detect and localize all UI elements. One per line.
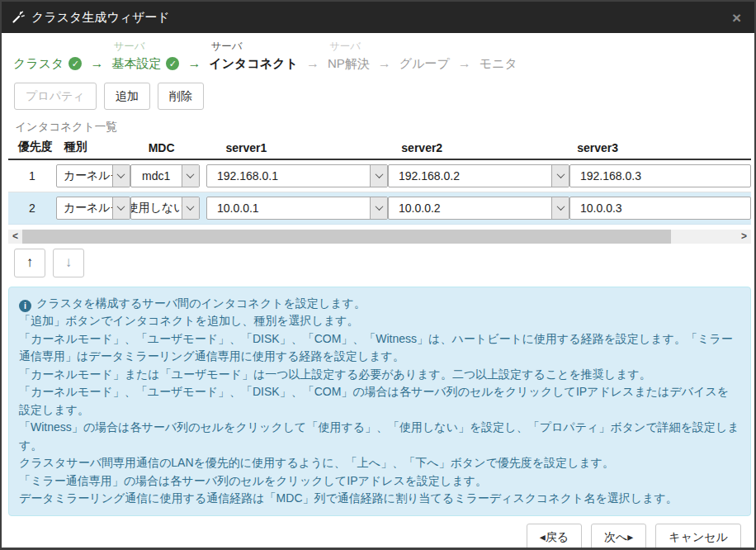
arrow-up-icon: ↑ <box>26 254 34 271</box>
info-line: 「ミラー通信専用」の場合は各サーバ列のセルをクリックしてIPアドレスを設定します… <box>19 472 740 491</box>
step-arrow-icon: → <box>187 40 201 73</box>
step-arrow-icon: → <box>378 40 391 73</box>
horizontal-scrollbar[interactable]: < > <box>8 230 751 244</box>
type-select-value: カーネルモード <box>57 197 112 219</box>
server1-select[interactable]: 192.168.0.1 <box>206 164 388 187</box>
chevron-down-icon <box>112 197 130 219</box>
header-type: 種別 <box>63 140 137 154</box>
check-icon: ✓ <box>166 57 179 70</box>
info-line: 「Witness」の場合は各サーバ列のセルをクリックして「使用する」、「使用しな… <box>19 419 740 454</box>
wand-icon <box>12 11 25 24</box>
move-buttons: ↑ ↓ <box>2 244 754 277</box>
header-server2: server2 <box>399 141 575 154</box>
server3-select-value: 10.0.0.3 <box>570 197 750 219</box>
step-np-resolution: サーバ NP解決 <box>328 40 370 73</box>
interconnect-table: 優先度 種別 MDC server1 server2 server3 1 カーネ… <box>8 140 751 225</box>
header-mdc: MDC <box>137 141 224 154</box>
server2-select[interactable]: 10.0.0.2 <box>388 197 569 220</box>
type-select-value: カーネルモード <box>57 165 112 187</box>
server1-select[interactable]: 10.0.0.1 <box>206 197 388 220</box>
properties-button[interactable]: プロパティ <box>14 83 97 110</box>
chevron-down-icon <box>370 165 387 187</box>
wizard-steps: クラスタ ✓ → サーバ 基本設定 ✓ → サーバ インタコネクト → サーバ … <box>2 33 754 81</box>
check-icon: ✓ <box>69 57 82 70</box>
server3-select[interactable]: 192.168.0.3 <box>569 164 751 187</box>
chevron-down-icon <box>551 165 569 187</box>
server2-select-value: 192.168.0.2 <box>389 165 551 187</box>
step-interconnect: サーバ インタコネクト <box>209 40 297 73</box>
arrow-down-icon: ↓ <box>65 254 73 271</box>
step-arrow-icon: → <box>90 40 103 73</box>
step-arrow-icon: → <box>306 40 319 73</box>
server1-select-value: 192.168.0.1 <box>207 165 370 187</box>
scroll-left-icon[interactable]: < <box>8 230 22 244</box>
chevron-down-icon <box>370 197 387 219</box>
priority-cell: 2 <box>8 202 56 215</box>
type-select[interactable]: カーネルモード <box>56 164 130 187</box>
server3-select-value: 192.168.0.3 <box>570 165 750 187</box>
step-basic-settings: サーバ 基本設定 ✓ <box>111 40 179 73</box>
header-priority: 優先度 <box>8 140 63 154</box>
mdc-select-value: mdc1 <box>131 165 182 187</box>
info-line: 「カーネルモード」、「ユーザモード」、「DISK」、「COM」、「Witness… <box>19 330 740 366</box>
chevron-down-icon <box>182 197 199 219</box>
header-server3: server3 <box>575 141 751 154</box>
move-up-button[interactable]: ↑ <box>14 249 45 277</box>
header-server1: server1 <box>224 141 400 154</box>
server2-select[interactable]: 192.168.0.2 <box>388 164 569 187</box>
move-down-button[interactable]: ↓ <box>53 249 84 277</box>
info-icon: i <box>19 300 31 312</box>
table-header-row: 優先度 種別 MDC server1 server2 server3 <box>8 140 751 160</box>
remove-button[interactable]: 削除 <box>158 83 204 110</box>
scroll-right-icon[interactable]: > <box>737 230 751 244</box>
server1-select-value: 10.0.0.1 <box>207 197 370 219</box>
toolbar: プロパティ 追加 削除 <box>2 81 754 110</box>
scrollbar-thumb[interactable] <box>22 230 671 244</box>
titlebar: クラスタ生成ウィザード × <box>2 2 754 33</box>
info-line: 「追加」ボタンでインタコネクトを追加し、種別を選択します。 <box>19 312 740 330</box>
dialog-title: クラスタ生成ウィザード <box>31 10 729 26</box>
priority-cell: 1 <box>8 169 56 183</box>
mdc-select[interactable]: mdc1 <box>130 164 200 187</box>
next-button[interactable]: 次へ▸ <box>591 524 646 550</box>
mdc-select-value: 使用しない <box>131 197 182 219</box>
footer: ◂戻る 次へ▸ キャンセル <box>2 516 754 550</box>
info-box: iクラスタを構成するサーバ間のインタコネクトを設定します。 「追加」ボタンでイン… <box>8 287 751 516</box>
cluster-wizard-dialog: クラスタ生成ウィザード × クラスタ ✓ → サーバ 基本設定 ✓ → サーバ … <box>0 0 756 550</box>
cancel-button[interactable]: キャンセル <box>655 524 741 550</box>
info-line: 「カーネルモード」、「ユーザモード」、「DISK」、「COM」の場合は各サーバ列… <box>19 383 740 419</box>
table-caption: インタコネクト一覧 <box>2 110 754 140</box>
step-monitor: モニタ <box>480 40 517 73</box>
step-cluster: クラスタ ✓ <box>13 40 82 73</box>
info-line: iクラスタを構成するサーバ間のインタコネクトを設定します。 <box>19 295 740 313</box>
chevron-down-icon <box>551 197 569 219</box>
table-row[interactable]: 2 カーネルモード 使用しない 10.0.0.1 <box>8 192 751 225</box>
info-line: データミラーリング通信に使用する通信経路は「MDC」列で通信経路に割り当てるミラ… <box>19 490 740 508</box>
type-select[interactable]: カーネルモード <box>56 197 130 220</box>
mdc-select[interactable]: 使用しない <box>130 197 200 220</box>
info-line: 「カーネルモード」または「ユーザモード」は一つ以上設定する必要があります。二つ以… <box>19 366 740 384</box>
step-group: グループ <box>399 40 450 73</box>
table-row[interactable]: 1 カーネルモード mdc1 192.168.0.1 <box>8 160 751 192</box>
back-button[interactable]: ◂戻る <box>527 524 582 550</box>
info-line: クラスタサーバ間専用通信のLANを優先的に使用するように、「上へ」、「下へ」ボタ… <box>19 454 740 472</box>
step-arrow-icon: → <box>458 40 471 73</box>
close-icon[interactable]: × <box>729 10 744 26</box>
server2-select-value: 10.0.0.2 <box>389 197 551 219</box>
server3-select[interactable]: 10.0.0.3 <box>569 197 751 220</box>
add-button[interactable]: 追加 <box>104 83 150 110</box>
chevron-down-icon <box>112 165 130 187</box>
chevron-down-icon <box>182 165 199 187</box>
